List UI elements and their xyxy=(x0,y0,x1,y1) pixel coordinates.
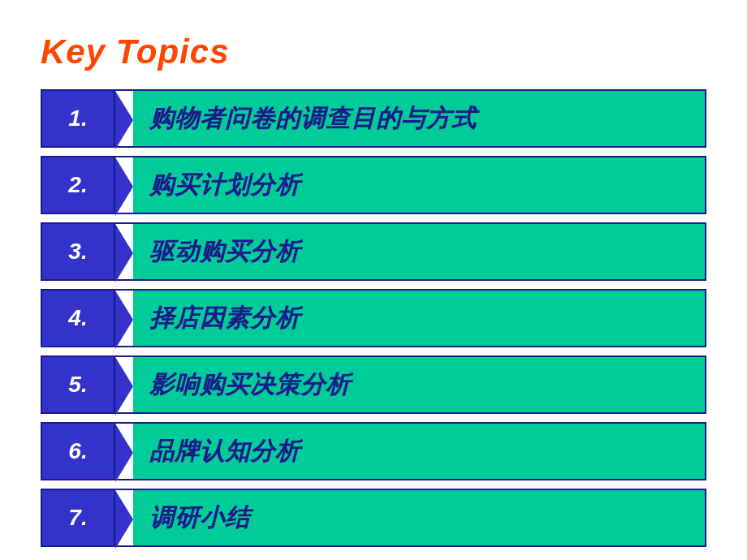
topic-row: 2.购买计划分析 xyxy=(41,156,706,214)
page-container: Key Topics 1.购物者问卷的调查目的与方式2.购买计划分析3.驱动购买… xyxy=(0,0,747,560)
topic-row: 5.影响购买决策分析 xyxy=(41,355,706,414)
page-title: Key Topics xyxy=(41,32,706,71)
topics-list: 1.购物者问卷的调查目的与方式2.购买计划分析3.驱动购买分析4.择店因素分析5… xyxy=(41,89,706,547)
topic-text: 择店因素分析 xyxy=(149,302,300,335)
topic-text: 品牌认知分析 xyxy=(149,435,300,468)
topic-content: 驱动购买分析 xyxy=(133,224,705,279)
topic-text: 购买计划分析 xyxy=(149,169,300,202)
topic-row: 4.择店因素分析 xyxy=(41,289,706,347)
topic-content: 影响购买决策分析 xyxy=(133,357,705,412)
topic-text: 驱动购买分析 xyxy=(149,235,300,269)
topic-number: 2. xyxy=(42,157,115,213)
topic-text: 购物者问卷的调查目的与方式 xyxy=(149,102,477,136)
topic-content: 购物者问卷的调查目的与方式 xyxy=(133,91,705,146)
topic-arrow-icon xyxy=(115,91,133,149)
topic-row: 3.驱动购买分析 xyxy=(41,222,706,281)
topic-arrow-icon xyxy=(115,490,133,549)
topic-text: 影响购买决策分析 xyxy=(149,368,351,402)
topic-arrow-icon xyxy=(115,357,133,416)
topic-row: 1.购物者问卷的调查目的与方式 xyxy=(41,89,706,148)
topic-row: 6.品牌认知分析 xyxy=(41,422,706,480)
topic-content: 择店因素分析 xyxy=(133,291,705,346)
topic-number: 3. xyxy=(42,224,115,279)
topic-content: 调研小结 xyxy=(133,490,705,545)
topic-content: 购买计划分析 xyxy=(133,157,705,213)
topic-number: 4. xyxy=(42,291,115,346)
topic-arrow-icon xyxy=(115,157,133,216)
topic-text: 调研小结 xyxy=(149,502,250,535)
topic-number: 1. xyxy=(42,91,115,146)
topic-row: 7.调研小结 xyxy=(41,489,706,547)
topic-number: 5. xyxy=(42,357,115,412)
topic-arrow-icon xyxy=(115,291,133,349)
topic-arrow-icon xyxy=(115,224,133,282)
topic-number: 7. xyxy=(42,490,115,545)
topic-number: 6. xyxy=(42,424,115,479)
topic-arrow-icon xyxy=(115,424,133,482)
topic-content: 品牌认知分析 xyxy=(133,424,705,479)
